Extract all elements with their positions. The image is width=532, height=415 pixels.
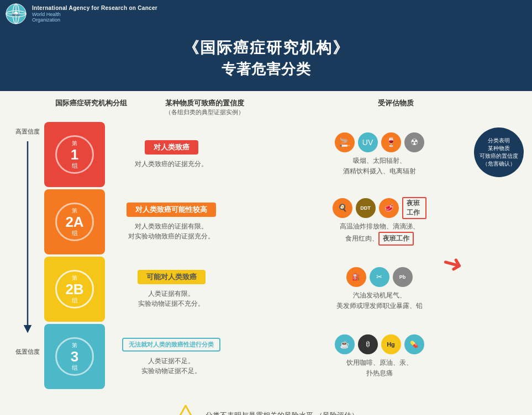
gasengine-icon: ⛽ [346, 267, 366, 287]
title-line2: 专著危害分类 [6, 60, 526, 79]
evidence-block-g1: 对人类致癌 对人类致癌的证据充分。 [105, 122, 238, 187]
alcohol-icon: 🍷 [381, 132, 401, 152]
evidence-text-g2b: 人类证据有限。实验动物证据不充分。 [138, 289, 204, 308]
substance-icons-g2a: 🍳 DDT 🥩 夜班工作 [333, 198, 426, 218]
evidence-block-g2b: 可能对人类致癌 人类证据有限。实验动物证据不充分。 [105, 257, 238, 322]
group-2b-block: 第 2B 组 [44, 257, 105, 322]
who-name: World HealthOrganization [32, 12, 157, 23]
evidence-block-g3: 无法就对人类的致癌性进行分类 人类证据不足。实验动物证据不足。 [105, 324, 238, 389]
group-2b-num: 2B [65, 282, 83, 296]
col-header-group: 国际癌症研究机构分组 [44, 99, 138, 116]
mercury-icon: Hg [381, 334, 401, 354]
group-2a-num: 2A [65, 215, 83, 229]
radiation-icon: ☢ [404, 132, 424, 152]
badge-g2b: 可能对人类致癌 [138, 270, 206, 284]
group-1-block: 第 1 组 [44, 122, 105, 187]
main-title-block: 《国际癌症研究机构》 专著危害分类 [0, 28, 532, 91]
col-header-substance: 受评估物质 [271, 99, 521, 116]
substances-column: 分类表明某种物质可致癌的置信度（危害确认） 🚬 UV 🍷 ☢ 吸烟、太 [238, 122, 521, 389]
substance-text-g2a: 高温油炸排放物、滴滴涕、食用红肉、夜班工作 [340, 221, 419, 246]
group-1-circle: 第 1 组 [55, 135, 94, 174]
group-3-zu: 组 [72, 364, 78, 372]
group-3-circle: 第 3 组 [55, 337, 94, 376]
smoking-icon: 🚬 [335, 132, 355, 152]
uv-icon: UV [358, 132, 378, 152]
group-3-block: 第 3 组 [44, 324, 105, 389]
evidence-text-g2a: 对人类致癌的证据有限。对实验动物致癌的证据充分。 [128, 221, 214, 241]
footer-warning: ! 分类不表明与暴露相关的风险水平 （风险评估） [0, 397, 532, 415]
callout-text: 分类表明某种物质可致癌的置信度（危害确认） [480, 137, 518, 168]
column-headers: 国际癌症研究机构分组 某种物质可致癌的置信度（各组归类的典型证据实例） 受评估物… [11, 99, 521, 116]
page-header: WHO International Agency for Research on… [0, 0, 532, 28]
confidence-low-label: 低置信度 [11, 348, 44, 356]
groups-column: 第 1 组 第 2A 组 第 2B 组 [44, 122, 105, 389]
evidence-block-g2a: 对人类致癌可能性较高 对人类致癌的证据有限。对实验动物致癌的证据充分。 [105, 189, 238, 254]
group-1-zu: 组 [72, 162, 78, 170]
paracetamol-icon: 💊 [404, 334, 424, 354]
group-2b-circle: 第 2B 组 [55, 270, 94, 308]
group-3-num: 3 [71, 349, 78, 364]
frying-icon: 🍳 [333, 198, 352, 218]
who-logo-icon: WHO [6, 3, 27, 24]
substance-block-g2a: 🍳 DDT 🥩 夜班工作 高温油炸排放物、滴滴涕、食用红肉、夜班工作 [238, 189, 521, 254]
svg-text:WHO: WHO [12, 13, 20, 17]
confidence-labels: 高置信度 低置信度 [11, 122, 44, 389]
nightwork-icon: 夜班工作 [402, 201, 426, 215]
badge-g3: 无法就对人类的致癌性进行分类 [122, 338, 220, 352]
redmeat-icon: 🥩 [379, 198, 399, 218]
warning-text: 分类不表明与暴露相关的风险水平 （风险评估） [206, 410, 359, 415]
badge-g1: 对人类致癌 [145, 140, 198, 155]
substance-icons-g2b: ⛽ ✂ Pb [346, 267, 413, 287]
substance-text-g3: 饮用咖啡、原油、汞、扑热息痛 [346, 358, 413, 379]
ddt-icon: DDT [356, 198, 376, 218]
col-header-evidence: 某种物质可致癌的置信度（各组归类的典型证据实例） [138, 99, 271, 116]
substance-text-g2b: 汽油发动机尾气、美发师或理发师职业暴露、铅 [336, 290, 423, 311]
org-text: International Agency for Research on Can… [32, 5, 157, 23]
evidence-text-g1: 对人类致癌的证据充分。 [135, 159, 208, 169]
group-2b-zu: 组 [72, 296, 78, 305]
group-2a-block: 第 2A 组 [44, 189, 105, 254]
substance-text-g1: 吸烟、太阳辐射、酒精饮料摄入、电离辐射 [343, 156, 416, 177]
evidence-column: 对人类致癌 对人类致癌的证据充分。 对人类致癌可能性较高 对人类致癌的证据有限。… [105, 122, 238, 389]
substance-block-g2b: ⛽ ✂ Pb 汽油发动机尾气、美发师或理发师职业暴露、铅 [238, 257, 521, 322]
confidence-high-label: 高置信度 [11, 127, 44, 136]
crudeoil-icon: 🛢 [358, 334, 378, 354]
warning-triangle-icon: ! [173, 403, 198, 415]
content-area: 国际癌症研究机构分组 某种物质可致癌的置信度（各组归类的典型证据实例） 受评估物… [0, 91, 532, 395]
iarc-name: International Agency for Research on Can… [32, 5, 157, 11]
lead-icon: Pb [393, 267, 413, 287]
group-2a-circle: 第 2A 组 [55, 203, 94, 241]
substance-block-g3: ☕ 🛢 Hg 💊 饮用咖啡、原油、汞、扑热息痛 [238, 324, 521, 389]
night-work-label: 夜班工作 [402, 197, 426, 219]
confidence-arrow-icon [23, 141, 32, 340]
callout-bubble: 分类表明某种物质可致癌的置信度（危害确认） [474, 127, 524, 177]
badge-g2a: 对人类致癌可能性较高 [127, 203, 216, 217]
group-2a-zu: 组 [72, 229, 78, 237]
substance-icons-g3: ☕ 🛢 Hg 💊 [335, 334, 424, 354]
coffee-icon: ☕ [335, 334, 355, 354]
title-line1: 《国际癌症研究机构》 [6, 38, 526, 58]
hairdresser-icon: ✂ [370, 267, 389, 287]
substance-icons-g1: 🚬 UV 🍷 ☢ [335, 132, 424, 152]
evidence-text-g3: 人类证据不足。实验动物证据不足。 [141, 356, 201, 376]
main-grid: 高置信度 低置信度 第 1 组 [11, 122, 521, 389]
group-1-num: 1 [71, 147, 78, 162]
